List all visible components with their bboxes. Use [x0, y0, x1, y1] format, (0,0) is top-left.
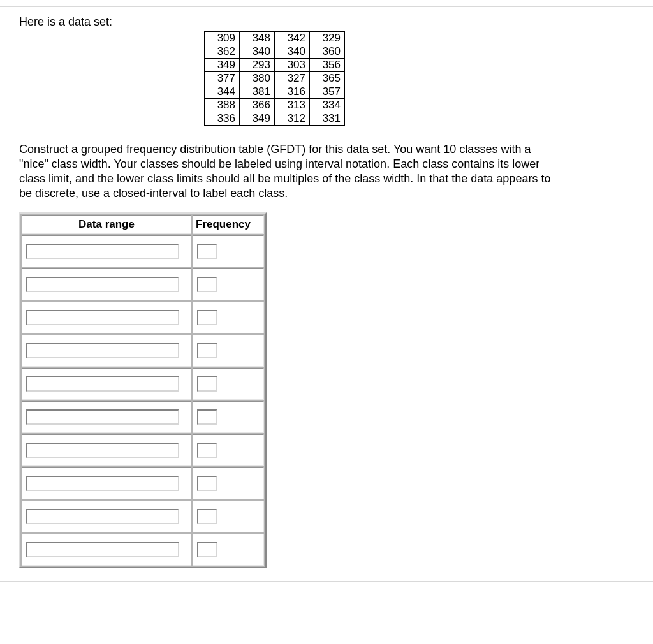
data-cell: 377 — [205, 72, 240, 85]
gfdt-row — [22, 401, 264, 433]
gfdt-range-cell — [22, 268, 191, 300]
gfdt-frequency-cell — [193, 302, 264, 333]
frequency-input[interactable] — [197, 343, 217, 358]
table-row: 388366313334 — [205, 99, 345, 112]
data-cell: 303 — [275, 59, 310, 72]
data-range-input[interactable] — [26, 244, 179, 259]
gfdt-frequency-cell — [193, 268, 264, 300]
data-cell: 336 — [205, 112, 240, 126]
question-body: Here is a data set: 30934834232936234034… — [0, 0, 653, 582]
frequency-input[interactable] — [197, 542, 217, 557]
data-cell: 349 — [205, 59, 240, 72]
data-cell: 349 — [240, 112, 275, 126]
gfdt-range-cell — [22, 335, 191, 367]
table-row: 377380327365 — [205, 72, 345, 85]
gfdt-range-cell — [22, 501, 191, 532]
data-cell: 309 — [205, 32, 240, 45]
frequency-input[interactable] — [197, 443, 217, 458]
gfdt-frequency-cell — [193, 534, 264, 566]
gfdt-row — [22, 368, 264, 400]
data-cell: 340 — [275, 45, 310, 59]
data-cell: 380 — [240, 72, 275, 85]
data-cell: 388 — [205, 99, 240, 112]
data-cell: 366 — [240, 99, 275, 112]
gfdt-range-cell — [22, 302, 191, 333]
frequency-input[interactable] — [197, 409, 217, 425]
data-range-input[interactable] — [26, 409, 179, 425]
gfdt-row — [22, 235, 264, 267]
gfdt-row — [22, 268, 264, 300]
data-cell: 365 — [310, 72, 345, 85]
top-divider — [0, 6, 653, 7]
gfdt-range-cell — [22, 434, 191, 466]
data-set-table: 3093483423293623403403603492933033563773… — [204, 31, 345, 126]
data-cell: 381 — [240, 85, 275, 99]
gfdt-row — [22, 534, 264, 566]
data-range-input[interactable] — [26, 376, 179, 392]
data-cell: 334 — [310, 99, 345, 112]
frequency-input[interactable] — [197, 476, 217, 491]
gfdt-range-cell — [22, 467, 191, 499]
gfdt-row — [22, 501, 264, 532]
data-range-input[interactable] — [26, 310, 179, 325]
data-cell: 362 — [205, 45, 240, 59]
instructions-text: Construct a grouped frequency distributi… — [19, 142, 561, 201]
gfdt-range-cell — [22, 401, 191, 433]
data-cell: 360 — [310, 45, 345, 59]
frequency-input[interactable] — [197, 244, 217, 259]
data-range-input[interactable] — [26, 343, 179, 358]
gfdt-range-cell — [22, 235, 191, 267]
table-row: 349293303356 — [205, 59, 345, 72]
data-cell: 340 — [240, 45, 275, 59]
frequency-input[interactable] — [197, 277, 217, 292]
gfdt-header-frequency: Frequency — [193, 215, 264, 234]
data-cell: 331 — [310, 112, 345, 126]
gfdt-row — [22, 302, 264, 333]
data-cell: 342 — [275, 32, 310, 45]
gfdt-frequency-cell — [193, 368, 264, 400]
frequency-input[interactable] — [197, 509, 217, 524]
gfdt-frequency-cell — [193, 401, 264, 433]
data-range-input[interactable] — [26, 443, 179, 458]
data-cell: 344 — [205, 85, 240, 99]
gfdt-row — [22, 335, 264, 367]
table-row: 362340340360 — [205, 45, 345, 59]
gfdt-frequency-cell — [193, 335, 264, 367]
gfdt-range-cell — [22, 534, 191, 566]
gfdt-row — [22, 434, 264, 466]
frequency-input[interactable] — [197, 310, 217, 325]
gfdt-frequency-cell — [193, 235, 264, 267]
data-cell: 329 — [310, 32, 345, 45]
data-range-input[interactable] — [26, 542, 179, 557]
intro-text: Here is a data set: — [19, 15, 634, 29]
table-row: 336349312331 — [205, 112, 345, 126]
data-cell: 316 — [275, 85, 310, 99]
data-range-input[interactable] — [26, 509, 179, 524]
gfdt-header-range: Data range — [22, 215, 191, 234]
gfdt-range-cell — [22, 368, 191, 400]
data-set-block: 3093483423293623403403603492933033563773… — [19, 31, 634, 126]
data-range-input[interactable] — [26, 277, 179, 292]
frequency-input[interactable] — [197, 376, 217, 392]
gfdt-row — [22, 467, 264, 499]
data-cell: 293 — [240, 59, 275, 72]
data-cell: 348 — [240, 32, 275, 45]
gfdt-frequency-cell — [193, 434, 264, 466]
data-cell: 312 — [275, 112, 310, 126]
data-cell: 356 — [310, 59, 345, 72]
gfdt-table: Data range Frequency — [19, 212, 267, 568]
data-cell: 313 — [275, 99, 310, 112]
data-cell: 357 — [310, 85, 345, 99]
data-cell: 327 — [275, 72, 310, 85]
table-row: 344381316357 — [205, 85, 345, 99]
gfdt-wrapper: Data range Frequency — [19, 212, 634, 568]
gfdt-frequency-cell — [193, 467, 264, 499]
data-range-input[interactable] — [26, 476, 179, 491]
gfdt-frequency-cell — [193, 501, 264, 532]
table-row: 309348342329 — [205, 32, 345, 45]
